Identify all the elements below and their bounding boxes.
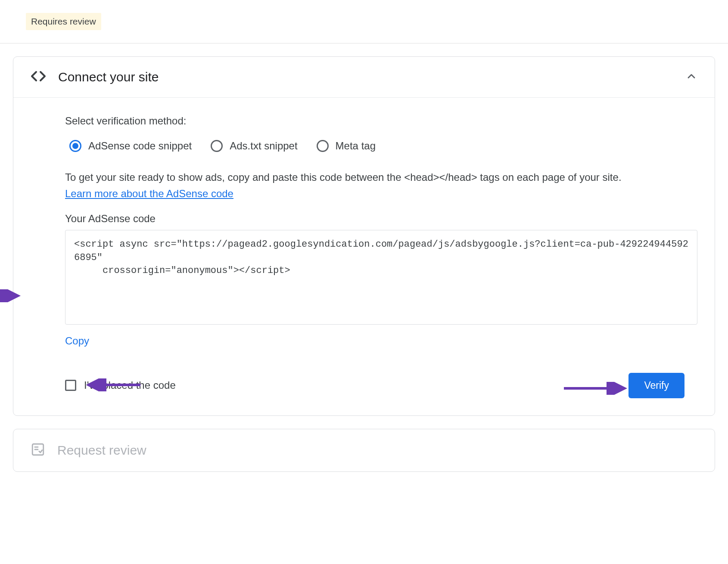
verification-method-radio-group: AdSense code snippet Ads.txt snippet Met… — [69, 140, 697, 152]
instructions-text: To get your site ready to show ads, copy… — [65, 169, 625, 202]
copy-button[interactable]: Copy — [65, 335, 89, 347]
annotation-arrow-left — [0, 289, 22, 302]
panel-header[interactable]: Connect your site — [13, 57, 715, 98]
checkbox-label: I've placed the code — [84, 379, 176, 391]
learn-more-link[interactable]: Learn more about the AdSense code — [65, 188, 233, 199]
panel-title: Connect your site — [58, 70, 673, 84]
radio-icon — [211, 140, 223, 152]
connect-site-panel: Connect your site Select verification me… — [13, 56, 715, 416]
radio-label: AdSense code snippet — [88, 140, 192, 152]
adsense-code-box[interactable]: <script async src="https://pagead2.googl… — [65, 230, 697, 325]
placed-code-checkbox[interactable]: I've placed the code — [65, 379, 176, 391]
request-review-panel: Request review — [13, 429, 715, 472]
radio-adsense-code[interactable]: AdSense code snippet — [69, 140, 192, 152]
panel-header[interactable]: Request review — [13, 429, 715, 471]
radio-icon — [69, 140, 81, 152]
radio-meta-tag[interactable]: Meta tag — [317, 140, 376, 152]
radio-icon — [317, 140, 329, 152]
radio-ads-txt[interactable]: Ads.txt snippet — [211, 140, 297, 152]
divider — [0, 43, 728, 43]
panel-title: Request review — [57, 443, 697, 458]
checklist-icon — [31, 442, 45, 459]
instructions-prefix: To get your site ready to show ads, copy… — [65, 171, 622, 183]
status-badge: Requires review — [26, 13, 101, 30]
checkbox-icon — [65, 380, 76, 391]
bottom-row: I've placed the code Verify — [65, 373, 697, 398]
code-icon — [31, 71, 46, 84]
panel-body: Select verification method: AdSense code… — [13, 98, 715, 415]
radio-label: Ads.txt snippet — [230, 140, 297, 152]
chevron-up-icon[interactable] — [685, 70, 697, 84]
verify-button[interactable]: Verify — [628, 373, 684, 398]
verification-method-label: Select verification method: — [65, 115, 697, 127]
code-label: Your AdSense code — [65, 213, 697, 225]
radio-label: Meta tag — [336, 140, 376, 152]
